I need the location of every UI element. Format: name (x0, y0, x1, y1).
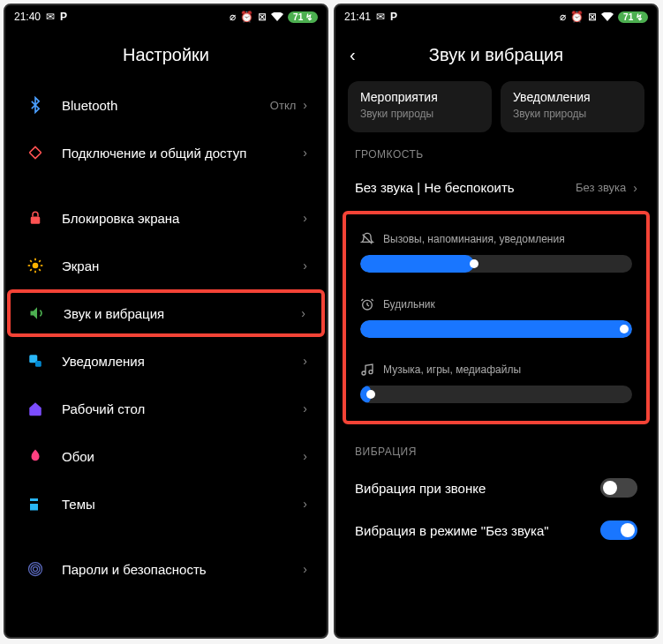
slider-track[interactable] (360, 386, 632, 403)
slider-fill (360, 255, 474, 273)
svg-point-1 (33, 263, 39, 269)
settings-list: Bluetooth Откл › Подключение и общий дос… (5, 81, 327, 637)
alarm-icon (360, 297, 374, 311)
volume-header: ГРОМКОСТЬ (335, 132, 657, 169)
settings-label: Блокировка экрана (62, 211, 303, 226)
back-button[interactable]: ‹ (350, 45, 356, 65)
page-title: Настройки (123, 45, 209, 65)
svg-point-14 (34, 567, 38, 572)
mail-icon: ✉ (46, 11, 55, 23)
chevron-right-icon: › (303, 562, 307, 576)
svg-rect-0 (31, 217, 41, 224)
home-icon (25, 398, 46, 419)
settings-item-lockscreen[interactable]: Блокировка экрана › (5, 194, 327, 242)
status-bar: 21:41 ✉ P ⌀ ⏰ ⊠ 71 ↯ (335, 5, 657, 28)
slider-thumb[interactable] (470, 259, 478, 268)
wallpaper-icon (25, 446, 46, 467)
highlight-sound: Звук и вибрация › (7, 289, 325, 337)
chevron-right-icon: › (303, 497, 307, 511)
settings-item-home[interactable]: Рабочий стол › (5, 385, 327, 432)
settings-label: Темы (62, 497, 303, 512)
page-title: Звук и вибрация (429, 45, 563, 65)
share-icon (25, 142, 46, 163)
bell-off-icon (360, 232, 374, 246)
row-label: Без звука | Не беспокоить (355, 180, 576, 195)
slider-track[interactable] (360, 255, 632, 273)
settings-item-sound[interactable]: Звук и вибрация › (11, 293, 321, 333)
settings-item-security[interactable]: Пароли и безопасность › (5, 545, 327, 593)
slider-thumb[interactable] (620, 325, 629, 333)
alarm-icon: ⏰ (570, 11, 584, 23)
sound-card-events[interactable]: Мероприятия Звуки природы (348, 81, 492, 132)
settings-item-themes[interactable]: Темы › (5, 480, 327, 528)
toggle-switch[interactable] (600, 478, 637, 498)
sun-icon (25, 255, 46, 276)
settings-label: Пароли и безопасность (62, 562, 303, 577)
svg-rect-11 (35, 361, 41, 367)
sound-card-notifications[interactable]: Уведомления Звуки природы (501, 81, 644, 132)
mute-icon: ⌀ (230, 11, 236, 23)
header: ‹ Звук и вибрация (335, 28, 657, 81)
slider-track[interactable] (360, 320, 632, 338)
settings-label: Обои (62, 449, 303, 464)
lock-icon (25, 207, 46, 228)
p-icon: P (60, 11, 67, 23)
chevron-right-icon: › (303, 146, 307, 160)
slider-label: Будильник (383, 298, 435, 311)
settings-label: Рабочий стол (62, 401, 303, 416)
chevron-right-icon: › (303, 258, 307, 273)
slider-thumb[interactable] (366, 390, 375, 399)
toggle-vibrate-silent[interactable]: Вибрация в режиме "Без звука" (335, 509, 657, 551)
sound-cards: Мероприятия Звуки природы Уведомления Зв… (335, 81, 657, 132)
svg-line-8 (30, 269, 32, 271)
music-icon (360, 363, 374, 377)
sound-icon (26, 303, 48, 324)
card-title: Мероприятия (360, 90, 479, 104)
card-sub: Звуки природы (360, 108, 479, 120)
bluetooth-icon (25, 94, 46, 116)
chevron-right-icon: › (303, 449, 307, 463)
sound-content: Мероприятия Звуки природы Уведомления Зв… (335, 81, 657, 637)
silent-dnd-row[interactable]: Без звука | Не беспокоить Без звука › (335, 169, 657, 206)
separator (5, 528, 327, 545)
toggle-switch[interactable] (600, 520, 637, 540)
theme-icon (25, 493, 46, 514)
chevron-right-icon: › (303, 354, 307, 368)
settings-item-notifications[interactable]: Уведомления › (5, 337, 327, 385)
status-bar: 21:40 ✉ P ⌀ ⏰ ⊠ 71 ↯ (5, 5, 327, 28)
wifi-icon (601, 12, 614, 21)
fingerprint-icon (25, 558, 46, 580)
settings-item-display[interactable]: Экран › (5, 242, 327, 289)
card-sub: Звуки природы (513, 108, 632, 120)
settings-label: Экран (62, 258, 303, 273)
slider-fill (360, 320, 632, 338)
slider-alarm: Будильник (353, 285, 639, 350)
box-icon: ⊠ (258, 11, 267, 23)
settings-value: Откл (270, 99, 297, 112)
chevron-right-icon: › (301, 306, 305, 320)
row-value: Без звука (576, 181, 626, 194)
chevron-right-icon: › (303, 98, 307, 112)
settings-item-bluetooth[interactable]: Bluetooth Откл › (5, 81, 327, 129)
header: Настройки (5, 28, 327, 81)
settings-label: Bluetooth (62, 98, 270, 113)
settings-item-sharing[interactable]: Подключение и общий доступ › (5, 129, 327, 176)
highlight-volume: Вызовы, напоминания, уведомления Будильн… (343, 211, 650, 424)
toggle-label: Вибрация при звонке (355, 481, 600, 496)
svg-line-7 (39, 269, 41, 271)
svg-point-13 (31, 565, 40, 573)
mail-icon: ✉ (376, 11, 385, 23)
box-icon: ⊠ (588, 11, 597, 23)
settings-label: Подключение и общий доступ (62, 146, 303, 161)
bell-icon (25, 350, 46, 371)
settings-label: Уведомления (62, 354, 303, 369)
battery-icon: 71 ↯ (618, 11, 648, 23)
toggle-vibrate-call[interactable]: Вибрация при звонке (335, 467, 657, 509)
svg-line-9 (39, 260, 41, 262)
chevron-right-icon: › (303, 211, 307, 225)
settings-label: Звук и вибрация (64, 306, 301, 321)
settings-item-wallpaper[interactable]: Обои › (5, 432, 327, 480)
slider-label: Вызовы, напоминания, уведомления (383, 233, 565, 245)
status-time: 21:41 (344, 11, 371, 23)
toggle-label: Вибрация в режиме "Без звука" (355, 523, 600, 538)
